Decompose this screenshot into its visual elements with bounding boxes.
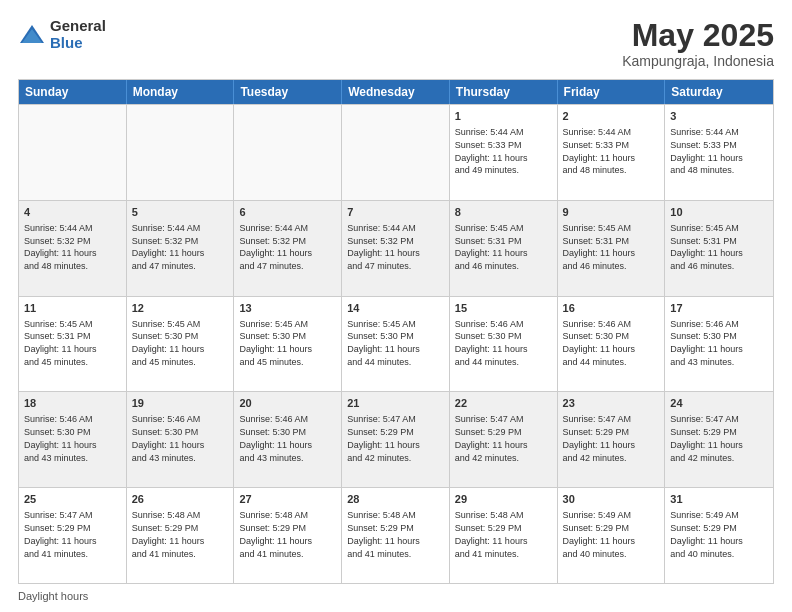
day-number: 5 [132,205,229,220]
calendar-cell: 29Sunrise: 5:48 AM Sunset: 5:29 PM Dayli… [450,488,558,583]
calendar-cell: 20Sunrise: 5:46 AM Sunset: 5:30 PM Dayli… [234,392,342,487]
cell-info: Sunrise: 5:44 AM Sunset: 5:32 PM Dayligh… [132,223,205,271]
day-number: 21 [347,396,444,411]
calendar-week-4: 18Sunrise: 5:46 AM Sunset: 5:30 PM Dayli… [19,391,773,487]
day-number: 2 [563,109,660,124]
day-number: 6 [239,205,336,220]
day-number: 13 [239,301,336,316]
cell-info: Sunrise: 5:45 AM Sunset: 5:31 PM Dayligh… [563,223,636,271]
calendar-cell: 9Sunrise: 5:45 AM Sunset: 5:31 PM Daylig… [558,201,666,296]
day-number: 8 [455,205,552,220]
logo-general-label: General [50,18,106,35]
calendar-cell: 25Sunrise: 5:47 AM Sunset: 5:29 PM Dayli… [19,488,127,583]
calendar-week-2: 4Sunrise: 5:44 AM Sunset: 5:32 PM Daylig… [19,200,773,296]
day-number: 20 [239,396,336,411]
day-number: 18 [24,396,121,411]
cell-info: Sunrise: 5:47 AM Sunset: 5:29 PM Dayligh… [455,414,528,462]
day-number: 1 [455,109,552,124]
day-number: 22 [455,396,552,411]
cell-info: Sunrise: 5:44 AM Sunset: 5:32 PM Dayligh… [24,223,97,271]
day-number: 10 [670,205,768,220]
cell-info: Sunrise: 5:48 AM Sunset: 5:29 PM Dayligh… [347,510,420,558]
calendar-week-3: 11Sunrise: 5:45 AM Sunset: 5:31 PM Dayli… [19,296,773,392]
cell-info: Sunrise: 5:48 AM Sunset: 5:29 PM Dayligh… [132,510,205,558]
day-number: 9 [563,205,660,220]
cell-info: Sunrise: 5:45 AM Sunset: 5:31 PM Dayligh… [24,319,97,367]
footer: Daylight hours [18,590,774,602]
calendar-cell: 2Sunrise: 5:44 AM Sunset: 5:33 PM Daylig… [558,105,666,200]
title-location: Kampungraja, Indonesia [622,53,774,69]
calendar-cell: 18Sunrise: 5:46 AM Sunset: 5:30 PM Dayli… [19,392,127,487]
cell-info: Sunrise: 5:45 AM Sunset: 5:31 PM Dayligh… [455,223,528,271]
calendar-cell: 26Sunrise: 5:48 AM Sunset: 5:29 PM Dayli… [127,488,235,583]
header-thursday: Thursday [450,80,558,104]
calendar-week-1: 1Sunrise: 5:44 AM Sunset: 5:33 PM Daylig… [19,104,773,200]
calendar-cell: 28Sunrise: 5:48 AM Sunset: 5:29 PM Dayli… [342,488,450,583]
cell-info: Sunrise: 5:46 AM Sunset: 5:30 PM Dayligh… [239,414,312,462]
header-friday: Friday [558,80,666,104]
calendar-cell: 3Sunrise: 5:44 AM Sunset: 5:33 PM Daylig… [665,105,773,200]
calendar-week-5: 25Sunrise: 5:47 AM Sunset: 5:29 PM Dayli… [19,487,773,583]
day-number: 25 [24,492,121,507]
calendar-cell: 30Sunrise: 5:49 AM Sunset: 5:29 PM Dayli… [558,488,666,583]
footer-text: Daylight hours [18,590,88,602]
title-month: May 2025 [622,18,774,53]
header-tuesday: Tuesday [234,80,342,104]
cell-info: Sunrise: 5:47 AM Sunset: 5:29 PM Dayligh… [347,414,420,462]
day-number: 12 [132,301,229,316]
cell-info: Sunrise: 5:44 AM Sunset: 5:33 PM Dayligh… [455,127,528,175]
calendar-body: 1Sunrise: 5:44 AM Sunset: 5:33 PM Daylig… [19,104,773,583]
day-number: 4 [24,205,121,220]
day-number: 16 [563,301,660,316]
cell-info: Sunrise: 5:46 AM Sunset: 5:30 PM Dayligh… [563,319,636,367]
day-number: 11 [24,301,121,316]
logo-text: General Blue [50,18,106,51]
cell-info: Sunrise: 5:46 AM Sunset: 5:30 PM Dayligh… [132,414,205,462]
day-number: 30 [563,492,660,507]
calendar-cell: 22Sunrise: 5:47 AM Sunset: 5:29 PM Dayli… [450,392,558,487]
header: General Blue May 2025 Kampungraja, Indon… [18,18,774,69]
day-number: 7 [347,205,444,220]
day-number: 26 [132,492,229,507]
header-wednesday: Wednesday [342,80,450,104]
title-block: May 2025 Kampungraja, Indonesia [622,18,774,69]
logo-icon [18,21,46,49]
calendar-cell: 10Sunrise: 5:45 AM Sunset: 5:31 PM Dayli… [665,201,773,296]
cell-info: Sunrise: 5:45 AM Sunset: 5:31 PM Dayligh… [670,223,743,271]
day-number: 31 [670,492,768,507]
header-monday: Monday [127,80,235,104]
calendar-cell: 4Sunrise: 5:44 AM Sunset: 5:32 PM Daylig… [19,201,127,296]
day-number: 29 [455,492,552,507]
page: General Blue May 2025 Kampungraja, Indon… [0,0,792,612]
cell-info: Sunrise: 5:47 AM Sunset: 5:29 PM Dayligh… [563,414,636,462]
cell-info: Sunrise: 5:45 AM Sunset: 5:30 PM Dayligh… [132,319,205,367]
calendar-cell: 11Sunrise: 5:45 AM Sunset: 5:31 PM Dayli… [19,297,127,392]
calendar-cell: 6Sunrise: 5:44 AM Sunset: 5:32 PM Daylig… [234,201,342,296]
calendar-cell: 24Sunrise: 5:47 AM Sunset: 5:29 PM Dayli… [665,392,773,487]
cell-info: Sunrise: 5:46 AM Sunset: 5:30 PM Dayligh… [24,414,97,462]
cell-info: Sunrise: 5:44 AM Sunset: 5:32 PM Dayligh… [347,223,420,271]
cell-info: Sunrise: 5:45 AM Sunset: 5:30 PM Dayligh… [239,319,312,367]
calendar-cell: 19Sunrise: 5:46 AM Sunset: 5:30 PM Dayli… [127,392,235,487]
cell-info: Sunrise: 5:47 AM Sunset: 5:29 PM Dayligh… [24,510,97,558]
calendar-cell: 17Sunrise: 5:46 AM Sunset: 5:30 PM Dayli… [665,297,773,392]
header-saturday: Saturday [665,80,773,104]
cell-info: Sunrise: 5:49 AM Sunset: 5:29 PM Dayligh… [563,510,636,558]
day-number: 23 [563,396,660,411]
calendar-cell [234,105,342,200]
cell-info: Sunrise: 5:48 AM Sunset: 5:29 PM Dayligh… [239,510,312,558]
cell-info: Sunrise: 5:47 AM Sunset: 5:29 PM Dayligh… [670,414,743,462]
calendar-cell: 31Sunrise: 5:49 AM Sunset: 5:29 PM Dayli… [665,488,773,583]
calendar-cell: 5Sunrise: 5:44 AM Sunset: 5:32 PM Daylig… [127,201,235,296]
calendar-cell: 1Sunrise: 5:44 AM Sunset: 5:33 PM Daylig… [450,105,558,200]
calendar-cell: 7Sunrise: 5:44 AM Sunset: 5:32 PM Daylig… [342,201,450,296]
calendar: Sunday Monday Tuesday Wednesday Thursday… [18,79,774,584]
day-number: 15 [455,301,552,316]
calendar-cell: 23Sunrise: 5:47 AM Sunset: 5:29 PM Dayli… [558,392,666,487]
calendar-cell [127,105,235,200]
calendar-cell: 13Sunrise: 5:45 AM Sunset: 5:30 PM Dayli… [234,297,342,392]
cell-info: Sunrise: 5:46 AM Sunset: 5:30 PM Dayligh… [455,319,528,367]
calendar-header: Sunday Monday Tuesday Wednesday Thursday… [19,80,773,104]
cell-info: Sunrise: 5:48 AM Sunset: 5:29 PM Dayligh… [455,510,528,558]
cell-info: Sunrise: 5:49 AM Sunset: 5:29 PM Dayligh… [670,510,743,558]
